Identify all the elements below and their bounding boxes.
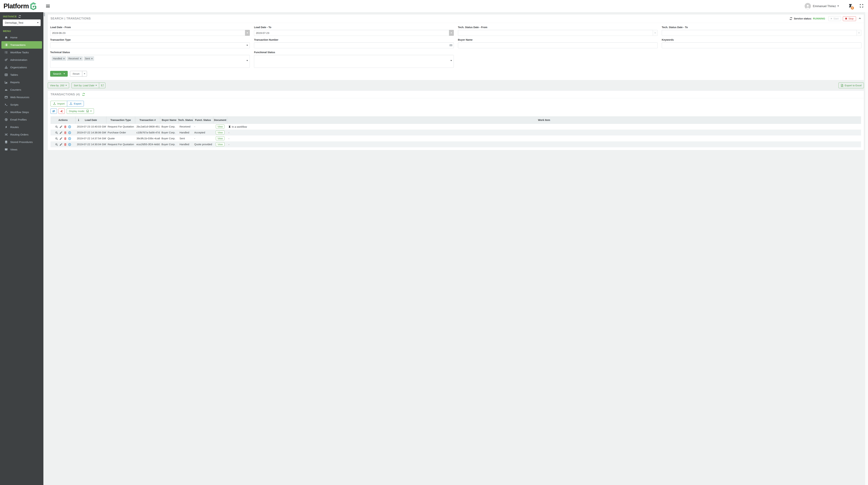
sidebar-item-routes[interactable]: Routes [0,123,43,131]
sidebar-item-workflow-steps[interactable]: Workflow Steps [0,108,43,116]
transactions-table: ActionsLoad DateTransaction TypeTransact… [51,116,272,147]
sort-by-button[interactable]: Sort by Load Date [72,83,99,88]
view-document-button[interactable]: View [216,124,224,129]
sidebar-item-transactions[interactable]: Transactions [1,41,42,49]
column-header-document[interactable]: Document [213,117,227,124]
column-header-funct-status[interactable]: Funct. Status [193,117,213,124]
view-details-icon[interactable] [55,125,58,128]
sidebar-item-label: Stored Procedures [10,141,33,144]
sidebar-item-web-resources[interactable]: Web Resources [0,93,43,101]
refresh-instance-icon[interactable] [19,15,21,18]
replay-icon[interactable] [68,143,71,146]
eraser-icon [60,110,63,113]
delete-icon[interactable] [64,125,67,128]
sidebar-item-stored-procedures[interactable]: Stored Procedures [0,138,43,146]
sidebar-item-home[interactable]: Home [0,34,43,41]
column-header-transaction[interactable]: Transaction # [135,117,160,124]
routing-orders-icon [5,133,8,136]
view-document-button[interactable]: View [216,136,224,140]
search-button[interactable]: Search [50,71,68,77]
view-details-icon[interactable] [55,137,58,140]
table-row[interactable]: 2019-07-22 14:37:54 GMTQuote39c9fc1b-039… [51,136,272,141]
transaction-number-input[interactable] [254,42,272,48]
export-button[interactable]: Export [67,101,84,107]
view-document-button[interactable]: View [216,142,224,146]
import-button[interactable]: Import [51,101,67,107]
column-header-work-item[interactable]: Work Item [227,117,272,124]
table-row[interactable]: 2019-07-23 10:40:03 GMTRequest For Quota… [51,124,272,130]
web-resources-icon [5,96,8,99]
eraser-button[interactable] [58,108,65,114]
menu-toggle-button[interactable] [46,4,50,8]
cell-buyer-name: Buyer Corp. [160,136,178,141]
column-header-buyer-name[interactable]: Buyer Name [160,117,178,124]
sidebar-item-email-profiles[interactable]: Email Profiles [0,116,43,123]
main-content: SEARCH | TRANSACTIONS Service status: RU… [43,12,272,150]
sort-direction-button[interactable]: Az [99,83,105,88]
organizations-icon [5,66,8,69]
replay-icon[interactable] [68,125,71,128]
reset-dropdown-toggle[interactable] [82,71,87,77]
transactions-panel-body: Import Export [48,98,272,150]
delete-icon[interactable] [64,131,67,134]
sidebar-item-workflow-tasks[interactable]: Workflow Tasks [0,49,43,56]
table-row[interactable]: 2019-07-22 14:30:04 GMTRequest For Quota… [51,141,272,147]
technical-status-tags: HandledReceivedSent [52,57,95,60]
edit-icon[interactable] [60,143,62,146]
cell-transaction-type: Purchase Order [106,130,135,136]
cell-buyer-name: Buyer Corp. [160,141,178,147]
delete-icon[interactable] [64,137,67,140]
edit-icon[interactable] [60,131,62,134]
display-options-row: Display mode: [51,108,272,114]
display-mode-button[interactable]: Display mode: [67,108,94,114]
status-tag: Received [67,56,83,61]
column-header-load-date[interactable]: Load Date [75,117,106,124]
remove-tag-icon[interactable] [63,58,65,59]
cell-tech-status: Handled [178,141,193,147]
cell-load-date: 2019-07-23 10:40:03 GMT [75,124,106,130]
edit-icon[interactable] [60,125,62,128]
view-by-button[interactable]: View by 200 [48,83,69,88]
reset-button[interactable]: Reset [70,71,87,77]
sidebar-item-tables[interactable]: Tables [0,71,43,79]
view-details-icon[interactable] [55,143,58,146]
view-document-button[interactable]: View [216,131,224,135]
clear-load-date-from-button[interactable] [245,30,250,36]
edit-icon[interactable] [60,137,62,140]
filter-technical-status: Technical Status HandledReceivedSent [50,51,250,68]
sidebar-item-label: Home [10,36,18,39]
column-header-transaction-type[interactable]: Transaction Type [106,117,135,124]
column-header-actions[interactable]: Actions [51,117,75,124]
remove-tag-icon[interactable] [91,58,93,59]
sidebar-item-reports[interactable]: Reports [0,79,43,86]
delete-icon[interactable] [64,143,67,146]
sidebar-item-scripts[interactable]: Scripts [0,101,43,108]
filter-load-date-to: Load Date - To [254,26,272,36]
replay-icon[interactable] [68,131,71,134]
counters-icon [5,88,8,91]
remove-tag-icon[interactable] [80,58,82,59]
load-date-from-input[interactable] [50,30,245,36]
cell-funct-status: - [193,124,213,130]
chevron-down-icon [64,73,65,74]
cell-transaction-number: c10b767a-5a56-47d... [135,130,160,136]
replay-icon[interactable] [68,137,71,140]
sidebar-item-organizations[interactable]: Organizations [0,64,43,71]
sort-alpha-icon [100,84,102,87]
sidebar-scrollbar-thumb[interactable] [44,12,45,16]
sidebar-item-counters[interactable]: Counters [0,86,43,93]
sidebar-item-routing-orders[interactable]: Routing Orders [0,131,43,138]
hide-columns-button[interactable] [51,108,57,114]
column-header-tech-status[interactable]: Tech. Status [178,117,193,124]
view-details-icon[interactable] [55,131,58,134]
transaction-type-select[interactable] [50,42,250,48]
instance-select[interactable]: DemoApp_Test [3,20,41,26]
sidebar-item-views[interactable]: Views [0,146,43,150]
load-date-to-input[interactable] [254,30,272,36]
functional-status-multiselect[interactable] [254,55,272,68]
refresh-transactions-icon[interactable] [82,93,85,96]
chevron-down-icon [84,73,85,74]
technical-status-multiselect[interactable]: HandledReceivedSent [50,55,250,68]
sidebar-item-administration[interactable]: Administration [0,56,43,64]
table-row[interactable]: 2019-07-22 14:38:06 GMTPurchase Orderc10… [51,130,272,136]
